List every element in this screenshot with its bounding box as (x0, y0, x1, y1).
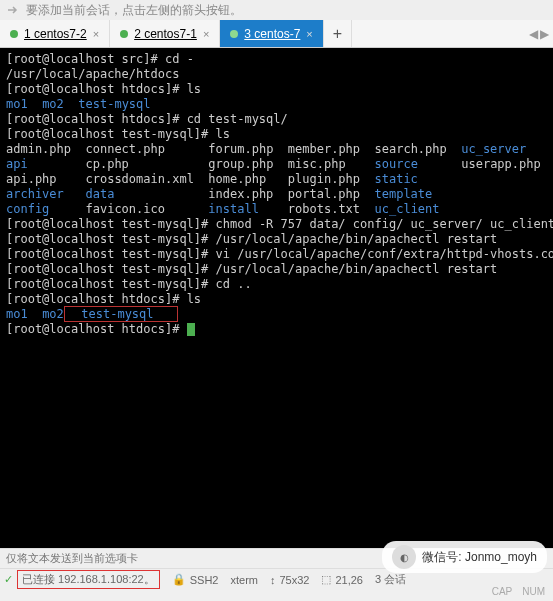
watermark-overlay: ◐ 微信号: Jonmo_moyh (382, 541, 547, 573)
tab-nav: ◀ ▶ (525, 20, 553, 47)
session-count: 3 会话 (375, 572, 406, 587)
term-type: xterm (230, 574, 258, 586)
avatar-icon: ◐ (392, 545, 416, 569)
tab-label: 1 centos7-2 (24, 27, 87, 41)
tab-bar: 1 centos7-2 × 2 centos7-1 × 3 centos-7 ×… (0, 20, 553, 48)
close-icon[interactable]: × (306, 28, 312, 40)
ssh-label: SSH2 (190, 574, 219, 586)
cursor (187, 323, 195, 336)
chevron-right-icon[interactable]: ▶ (540, 27, 549, 41)
cap-indicators: CAP NUM (492, 586, 545, 597)
lock-icon: 🔒 (172, 573, 186, 586)
status-dot-icon (120, 30, 128, 38)
tab-2[interactable]: 2 centos7-1 × (110, 20, 220, 47)
connection-status: 已连接 192.168.1.108:22。 (17, 570, 160, 589)
status-dot-icon (10, 30, 18, 38)
tab-3[interactable]: 3 centos-7 × (220, 20, 323, 47)
tab-label: 2 centos7-1 (134, 27, 197, 41)
term-size: 75x32 (279, 574, 309, 586)
close-icon[interactable]: × (203, 28, 209, 40)
close-icon[interactable]: × (93, 28, 99, 40)
cursor-pos: 21,26 (335, 574, 363, 586)
tab-label: 3 centos-7 (244, 27, 300, 41)
add-tab-button[interactable]: + (324, 20, 352, 47)
check-icon: ✓ (4, 573, 13, 586)
status-dot-icon (230, 30, 238, 38)
watermark-text: 微信号: Jonmo_moyh (422, 549, 537, 566)
hint-bar: 要添加当前会话，点击左侧的箭头按钮。 (0, 0, 553, 20)
tab-1[interactable]: 1 centos7-2 × (0, 20, 110, 47)
terminal[interactable]: [root@localhost src]# cd - /usr/local/ap… (0, 48, 553, 548)
cap-lock: CAP (492, 586, 513, 597)
chevron-left-icon[interactable]: ◀ (529, 27, 538, 41)
arrow-icon (6, 3, 20, 17)
size-icon: ↕ (270, 574, 276, 586)
num-lock: NUM (522, 586, 545, 597)
hint-text: 要添加当前会话，点击左侧的箭头按钮。 (26, 2, 242, 19)
pos-icon: ⬚ (321, 573, 331, 586)
